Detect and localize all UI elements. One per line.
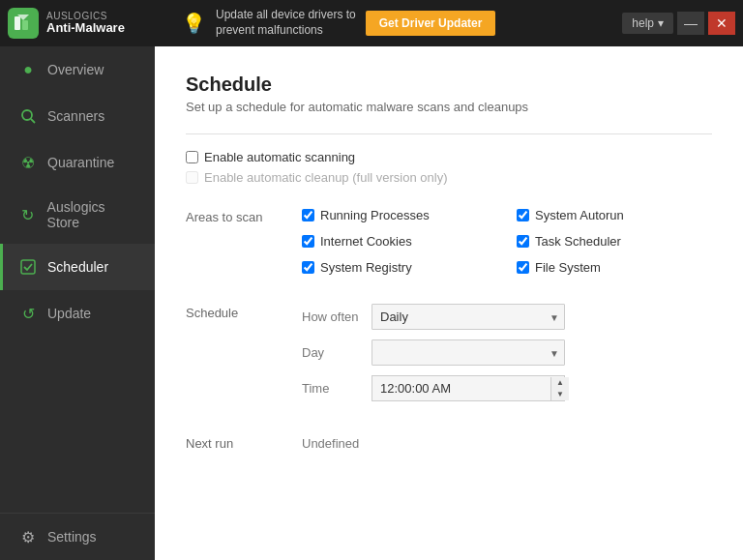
day-label: Day [302,345,360,360]
main-layout: ● Overview Scanners ☢ Quarantine ↻ Auslo… [0,46,743,560]
auto-scan-checkbox[interactable] [186,151,198,163]
running-processes-label: Running Processes [320,208,430,222]
day-row: Day ▼ [302,339,712,366]
scan-area-system-registry: System Registry [302,260,497,280]
settings-label: Settings [47,529,97,545]
page-title: Schedule [186,74,712,96]
sidebar-item-label: Update [47,306,91,321]
time-spinners: ▲ ▼ [550,377,569,400]
sidebar-item-label: Scheduler [47,259,108,275]
system-registry-checkbox[interactable] [302,261,314,274]
internet-cookies-label: Internet Cookies [320,234,412,249]
sidebar-item-scanners[interactable]: Scanners [0,93,155,139]
app-logo-icon [8,8,39,39]
sidebar-item-quarantine[interactable]: ☢ Quarantine [0,139,155,186]
file-system-checkbox[interactable] [517,261,529,274]
update-nav-icon: ↺ [18,304,38,323]
auto-scan-row: Enable automatic scanning [186,150,712,164]
task-scheduler-checkbox[interactable] [517,235,529,248]
svg-rect-0 [15,16,20,30]
task-scheduler-label: Task Scheduler [535,234,621,249]
sidebar-item-overview[interactable]: ● Overview [0,46,155,93]
scan-areas-grid: Running Processes System Autorun Interne… [302,208,712,280]
areas-to-scan-label: Areas to scan [186,208,302,280]
how-often-label: How often [302,309,360,324]
system-autorun-label: System Autorun [535,208,624,222]
day-select-wrapper: ▼ [372,339,565,366]
settings-icon: ⚙ [18,527,38,546]
scan-area-task-scheduler: Task Scheduler [517,234,712,254]
scanners-icon [18,106,38,126]
schedule-section: Schedule How often Daily Weekly Monthly … [186,304,712,411]
system-registry-label: System Registry [320,260,412,275]
auto-cleanup-row: Enable automatic cleanup (full version o… [186,170,712,185]
internet-cookies-checkbox[interactable] [302,235,314,248]
sidebar-item-store[interactable]: ↻ Auslogics Store [0,186,155,244]
next-run-value: Undefined [302,436,359,451]
checkbox-row: Running Processes [302,208,497,222]
areas-to-scan-content: Running Processes System Autorun Interne… [302,208,712,280]
schedule-content: How often Daily Weekly Monthly ▼ Day [302,304,712,411]
sidebar-item-label: Overview [47,62,104,77]
auto-cleanup-label: Enable automatic cleanup (full version o… [204,170,447,185]
scan-area-running-processes: Running Processes [302,208,497,228]
scan-area-system-autorun: System Autorun [517,208,712,228]
checkbox-row: System Registry [302,260,497,275]
update-text: Update all device drivers to prevent mal… [216,8,356,38]
time-decrement-button[interactable]: ▼ [551,389,569,400]
system-autorun-checkbox[interactable] [517,209,529,221]
update-icon: 💡 [182,12,206,35]
sidebar-item-label: Quarantine [47,155,114,170]
checkbox-row: Task Scheduler [517,234,712,249]
help-button[interactable]: help ▾ [622,13,673,34]
quarantine-icon: ☢ [18,153,38,172]
title-bar: auslogics Anti-Malware 💡 Update all devi… [0,0,743,46]
sidebar-item-scheduler[interactable]: Scheduler [0,244,155,290]
day-select[interactable] [372,339,565,366]
time-input-wrapper: ▲ ▼ [372,375,565,401]
time-row: Time ▲ ▼ [302,375,712,401]
page-subtitle: Set up a schedule for automatic malware … [186,100,712,114]
auto-scan-label[interactable]: Enable automatic scanning [204,150,355,164]
scan-area-file-system: File System [517,260,712,280]
scan-area-internet-cookies: Internet Cookies [302,234,497,254]
next-run-section: Next run Undefined [186,434,712,452]
file-system-label: File System [535,260,601,275]
content-area: Schedule Set up a schedule for automatic… [155,46,743,560]
checkbox-row: File System [517,260,712,275]
time-increment-button[interactable]: ▲ [551,377,569,389]
how-often-row: How often Daily Weekly Monthly ▼ [302,304,712,330]
close-button[interactable]: ✕ [708,12,735,35]
time-label: Time [302,381,360,396]
auto-cleanup-checkbox [186,171,198,184]
logo-area: auslogics Anti-Malware [8,8,163,39]
app-title: auslogics Anti-Malware [46,11,125,35]
sidebar-footer: ⚙ Settings [0,513,155,560]
svg-line-4 [31,119,35,123]
time-input[interactable] [372,376,550,400]
svg-point-3 [22,110,32,120]
scheduler-icon [18,257,38,277]
running-processes-checkbox[interactable] [302,209,314,221]
help-chevron-icon: ▾ [658,16,664,30]
next-run-label: Next run [186,434,302,452]
sidebar-item-label: Scanners [47,108,104,124]
sidebar-item-label: Auslogics Store [47,199,139,230]
window-controls: help ▾ — ✕ [622,12,735,35]
store-icon: ↻ [18,205,38,224]
areas-to-scan-section: Areas to scan Running Processes System A… [186,208,712,280]
svg-rect-5 [21,260,35,274]
minimize-button[interactable]: — [677,12,704,35]
divider-top [186,133,712,134]
how-often-select-wrapper: Daily Weekly Monthly ▼ [372,304,565,330]
update-banner: 💡 Update all device drivers to prevent m… [163,8,612,38]
next-run-content: Undefined [302,434,712,452]
get-driver-button[interactable]: Get Driver Updater [366,11,496,36]
overview-icon: ● [18,60,38,79]
schedule-label: Schedule [186,304,302,411]
how-often-select[interactable]: Daily Weekly Monthly [372,304,565,330]
svg-rect-1 [22,20,28,30]
sidebar-item-update[interactable]: ↺ Update [0,290,155,337]
sidebar: ● Overview Scanners ☢ Quarantine ↻ Auslo… [0,46,155,560]
sidebar-item-settings[interactable]: ⚙ Settings [0,514,155,560]
